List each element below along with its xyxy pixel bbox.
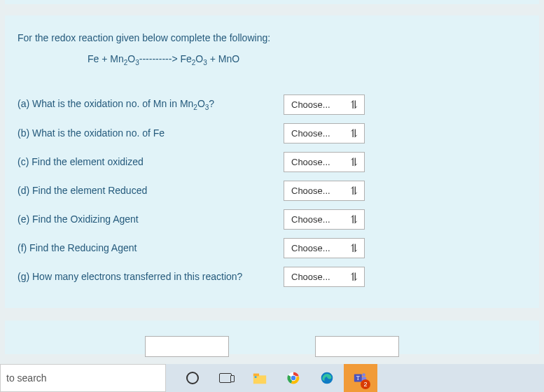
updown-icon: ⥮ [349, 184, 358, 197]
windows-taskbar: to search [0, 364, 544, 392]
answer-select-f[interactable]: Choose... ⥮ [284, 238, 365, 258]
updown-icon: ⥮ [349, 213, 358, 226]
question-row-f: (f) Find the Reducing Agent Choose... ⥮ [18, 238, 526, 258]
search-text: to search [6, 372, 47, 384]
question-row-b: (b) What is the oxidation no. of Fe Choo… [18, 123, 526, 144]
chrome-button[interactable] [277, 364, 310, 392]
edge-button[interactable] [310, 364, 344, 392]
taskview-icon [219, 373, 233, 383]
answer-select-c[interactable]: Choose... ⥮ [284, 152, 365, 172]
question-card: For the redox reaction given below compl… [5, 15, 539, 308]
notification-badge: 2 [361, 379, 370, 389]
blank-field-right[interactable] [315, 336, 399, 357]
svg-rect-1 [253, 374, 259, 377]
question-label-d: (d) Find the element Reduced [18, 185, 284, 196]
svg-rect-2 [255, 376, 257, 378]
question-row-e: (e) Find the Oxidizing Agent Choose... ⥮ [18, 209, 526, 230]
updown-icon: ⥮ [349, 127, 358, 140]
question-label-b: (b) What is the oxidation no. of Fe [18, 127, 284, 139]
updown-icon: ⥮ [349, 98, 358, 111]
circle-icon [186, 372, 199, 384]
answer-select-e[interactable]: Choose... ⥮ [284, 209, 365, 230]
taskbar-search[interactable]: to search [0, 364, 166, 392]
taskbar-apps: T 2 [166, 364, 544, 392]
updown-icon: ⥮ [349, 241, 358, 255]
next-card-fragment [5, 321, 539, 354]
updown-icon: ⥮ [349, 155, 358, 169]
question-label-c: (c) Find the element oxidized [18, 156, 284, 167]
question-row-a: (a) What is the oxidation no. of Mn in M… [18, 94, 526, 115]
edge-icon [320, 371, 334, 385]
cortana-button[interactable] [176, 364, 209, 392]
blank-field-left[interactable] [145, 336, 229, 357]
answer-select-a[interactable]: Choose... ⥮ [284, 94, 365, 115]
svg-point-9 [362, 373, 365, 377]
question-row-g: (g) How many electrons transferred in th… [18, 267, 526, 287]
task-view-button[interactable] [209, 364, 243, 392]
chrome-icon [286, 371, 300, 385]
answer-select-g[interactable]: Choose... ⥮ [284, 267, 365, 287]
question-label-g: (g) How many electrons transferred in th… [18, 271, 284, 282]
question-row-c: (c) Find the element oxidized Choose... … [18, 152, 526, 172]
answer-select-b[interactable]: Choose... ⥮ [284, 123, 365, 144]
question-label-f: (f) Find the Reducing Agent [18, 242, 284, 253]
updown-icon: ⥮ [349, 270, 358, 284]
question-prompt: For the redox reaction given below compl… [18, 32, 526, 43]
reaction-equation: Fe + Mn2O3----------> Fe2O3 + MnO [88, 53, 526, 66]
spacer [0, 4, 544, 15]
teams-button[interactable]: T 2 [344, 364, 377, 392]
folder-icon [252, 370, 267, 386]
svg-text:T: T [356, 375, 360, 382]
answer-select-d[interactable]: Choose... ⥮ [284, 181, 365, 201]
question-label-a: (a) What is the oxidation no. of Mn in M… [18, 98, 284, 111]
svg-point-5 [291, 376, 296, 381]
file-explorer-button[interactable] [243, 364, 277, 392]
question-label-e: (e) Find the Oxidizing Agent [18, 214, 284, 225]
question-row-d: (d) Find the element Reduced Choose... ⥮ [18, 181, 526, 201]
